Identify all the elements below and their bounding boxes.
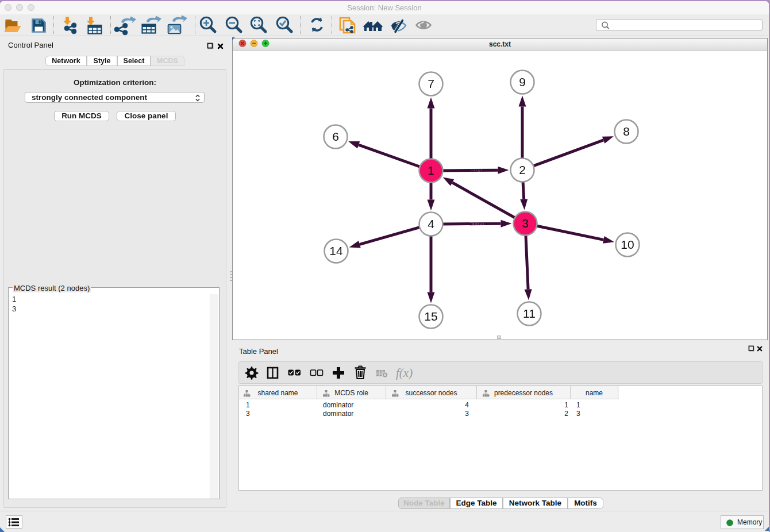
- svg-text:10: 10: [621, 238, 634, 251]
- svg-text:4: 4: [428, 217, 434, 230]
- svg-text:1: 1: [428, 164, 434, 177]
- svg-text:2: 2: [519, 163, 526, 176]
- svg-text:15: 15: [424, 310, 437, 323]
- svg-text:3: 3: [522, 217, 529, 230]
- svg-text:8: 8: [623, 125, 630, 138]
- svg-text:f(x): f(x): [396, 366, 413, 380]
- svg-text:11: 11: [523, 307, 536, 320]
- svg-text:7: 7: [428, 77, 434, 90]
- svg-text:(4,3) 4 (-) 3: (4,3) 4 (-) 3: [472, 222, 484, 225]
- svg-text:9: 9: [519, 75, 526, 88]
- svg-text:14: 14: [329, 244, 343, 257]
- svg-text:(1,2) 1 (-) 2: (1,2) 1 (-) 2: [471, 169, 483, 172]
- svg-text:6: 6: [332, 130, 339, 143]
